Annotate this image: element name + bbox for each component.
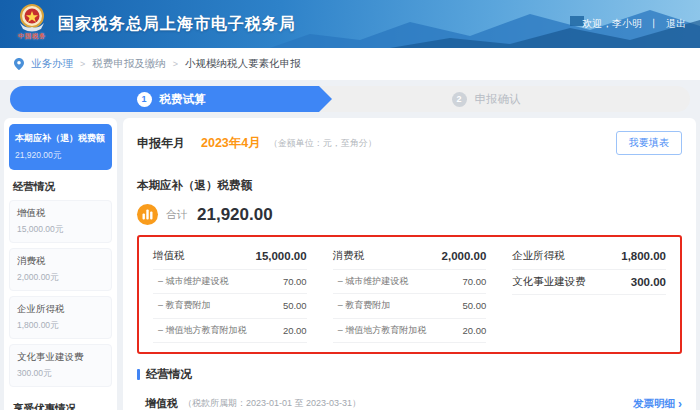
stepper: 1 税费试算 2 申报确认 <box>10 86 690 112</box>
tax-label: – 增值地方教育附加税 <box>333 324 427 337</box>
step-1-number: 1 <box>137 92 152 107</box>
step-2-label: 申报确认 <box>475 92 521 107</box>
logo-caption: 中国税务 <box>18 32 46 41</box>
tax-value: 300.00 <box>631 276 666 288</box>
breadcrumb-separator: > <box>173 59 178 69</box>
sidebar-active-label: 本期应补（退）税费额 <box>15 132 106 145</box>
business-section-title: 经营情况 <box>146 367 192 382</box>
sidebar-item-consumption-tax[interactable]: 消费税 2,000.00元 <box>9 248 112 291</box>
location-pin-icon <box>14 58 24 70</box>
tax-label: 文化事业建设费 <box>512 275 586 289</box>
sidebar-item-label: 消费税 <box>17 255 104 268</box>
tax-value: 70.00 <box>463 276 487 287</box>
tax-value: 1,800.00 <box>621 250 666 262</box>
tax-label: – 教育费附加 <box>153 299 211 312</box>
tax-row: – 城市维护建设税 70.00 <box>333 270 487 295</box>
tax-value: 70.00 <box>283 276 307 287</box>
vat-row-label: 增值税 <box>145 396 178 410</box>
filing-period-select[interactable]: 2023年4月 <box>201 135 261 152</box>
tax-label: 企业所得税 <box>512 249 565 263</box>
main-content: 申报年月 2023年4月 （金额单位：元，至角分） 我要填表 本期应补（退）税费… <box>123 118 696 410</box>
app-title: 国家税务总局上海市电子税务局 <box>58 0 296 48</box>
tax-value: 2,000.00 <box>442 250 487 262</box>
sidebar: 本期应补（退）税费额 21,920.00元 经营情况 增值税 15,000.00… <box>4 118 117 410</box>
fill-form-button[interactable]: 我要填表 <box>616 131 682 155</box>
filing-period-row: 申报年月 2023年4月 （金额单位：元，至角分） 我要填表 <box>123 118 696 167</box>
section-accent-bar <box>137 369 140 380</box>
sidebar-item-amount: 15,000.00元 <box>17 224 104 236</box>
tax-row: – 增值地方教育附加税 20.00 <box>153 319 307 344</box>
tax-row: – 城市维护建设税 70.00 <box>153 270 307 295</box>
tax-emblem-icon <box>17 3 47 33</box>
total-value: 21,920.00 <box>197 205 273 225</box>
sidebar-item-amount: 1,800.00元 <box>17 320 104 332</box>
total-row: 合计 21,920.00 <box>137 204 682 225</box>
step-2-number: 2 <box>452 92 467 107</box>
sidebar-active-amount: 21,920.00元 <box>15 150 106 162</box>
tax-column-vat: 增值税 15,000.00 – 城市维护建设税 70.00 – 教育费附加 50… <box>153 244 307 343</box>
tax-label: 消费税 <box>333 249 365 263</box>
breadcrumb: 业务办理 > 税费申报及缴纳 > 小规模纳税人要素化申报 <box>0 48 700 80</box>
tax-row: 增值税 15,000.00 <box>153 244 307 270</box>
breadcrumb-item-tax-filing[interactable]: 税费申报及缴纳 <box>92 57 166 71</box>
sidebar-item-vat[interactable]: 增值税 15,000.00元 <box>9 200 112 243</box>
tax-period-note: （税款所属期：2023-01-01 至 2023-03-31） <box>183 397 361 410</box>
breadcrumb-item-business[interactable]: 业务办理 <box>31 57 73 71</box>
filing-period-label: 申报年月 <box>137 135 185 152</box>
chevron-right-icon: › <box>678 398 682 410</box>
tax-value: 15,000.00 <box>255 250 306 262</box>
top-banner: 中国税务 国家税务总局上海市电子税务局 欢迎，李小明 丨 退出 <box>0 0 700 48</box>
tax-breakdown-panel: 增值税 15,000.00 – 城市维护建设税 70.00 – 教育费附加 50… <box>137 235 682 354</box>
logout-button[interactable]: 退出 <box>666 17 686 31</box>
sidebar-item-cultural-fee[interactable]: 文化事业建设费 300.00元 <box>9 344 112 387</box>
sidebar-item-amount: 2,000.00元 <box>17 272 104 284</box>
tax-row: 企业所得税 1,800.00 <box>512 244 666 270</box>
welcome-text: 欢迎，李小明 <box>582 17 642 31</box>
tax-row: – 增值地方教育附加税 20.00 <box>333 319 487 344</box>
tax-summary-section: 本期应补（退）税费额 合计 21,920.00 增值税 1 <box>123 167 696 410</box>
tax-row: – 教育费附加 50.00 <box>153 294 307 319</box>
invoice-detail-link[interactable]: 发票明细 › <box>633 397 682 410</box>
tax-label: 增值税 <box>153 249 185 263</box>
tax-column-consumption: 消费税 2,000.00 – 城市维护建设税 70.00 – 教育费附加 50.… <box>333 244 487 343</box>
header-divider: 丨 <box>649 17 659 31</box>
tax-label: – 城市维护建设税 <box>153 275 229 288</box>
tax-label: – 增值地方教育附加税 <box>153 324 247 337</box>
business-section-header: 经营情况 <box>137 367 682 382</box>
sidebar-section-business-status: 经营情况 <box>9 170 112 200</box>
tax-column-corporate: 企业所得税 1,800.00 文化事业建设费 300.00 <box>512 244 666 343</box>
tax-bureau-logo: 中国税务 <box>10 3 54 41</box>
tax-row: – 教育费附加 50.00 <box>333 294 487 319</box>
sidebar-item-label: 企业所得税 <box>17 303 104 316</box>
sidebar-item-label: 增值税 <box>17 207 104 220</box>
step-1-label: 税费试算 <box>160 92 206 107</box>
sidebar-section-preferential-status: 享受优惠情况 <box>9 392 112 410</box>
breadcrumb-item-current-page: 小规模纳税人要素化申报 <box>185 57 301 71</box>
vat-detail-row: 增值税 （税款所属期：2023-01-01 至 2023-03-31） 发票明细… <box>137 396 682 410</box>
sidebar-item-current-payable[interactable]: 本期应补（退）税费额 21,920.00元 <box>9 124 112 170</box>
tax-label: – 城市维护建设税 <box>333 275 409 288</box>
tax-value: 50.00 <box>283 300 307 311</box>
tax-value: 20.00 <box>463 325 487 336</box>
breadcrumb-separator: > <box>80 59 85 69</box>
sidebar-item-amount: 300.00元 <box>17 368 104 380</box>
chart-icon <box>137 204 158 225</box>
invoice-detail-label: 发票明细 <box>633 397 675 410</box>
tax-value: 20.00 <box>283 325 307 336</box>
sidebar-item-label: 文化事业建设费 <box>17 351 104 364</box>
sidebar-item-corporate-income-tax[interactable]: 企业所得税 1,800.00元 <box>9 296 112 339</box>
tax-value: 50.00 <box>463 300 487 311</box>
tax-label: – 教育费附加 <box>333 299 391 312</box>
total-label: 合计 <box>166 208 187 222</box>
tax-row: 消费税 2,000.00 <box>333 244 487 270</box>
step-1-tax-calculation[interactable]: 1 税费试算 <box>10 86 332 112</box>
step-2-filing-confirmation[interactable]: 2 申报确认 <box>332 86 690 112</box>
unit-note: （金额单位：元，至角分） <box>269 137 377 150</box>
tax-row: 文化事业建设费 300.00 <box>512 270 666 296</box>
summary-title: 本期应补（退）税费额 <box>137 178 682 193</box>
